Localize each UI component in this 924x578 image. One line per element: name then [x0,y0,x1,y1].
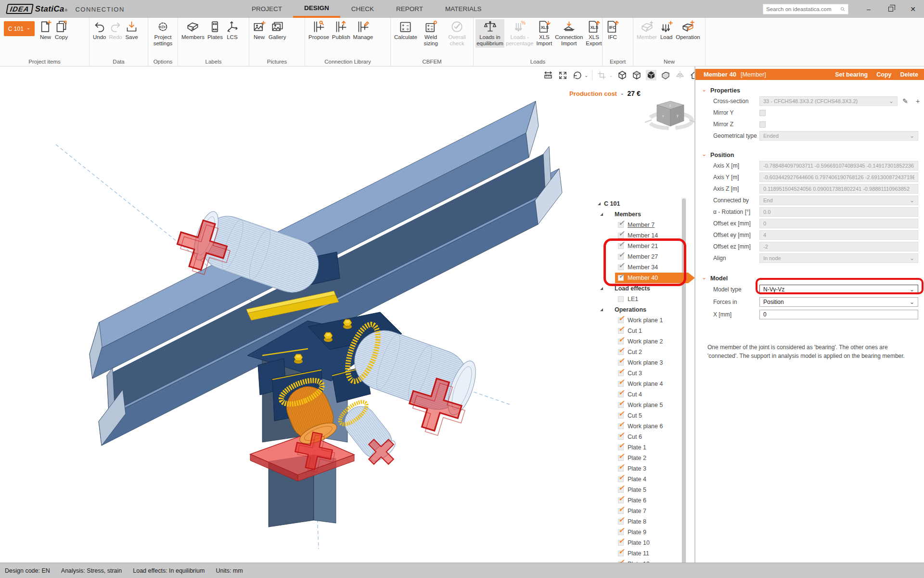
tree-item-label[interactable]: Plate 4 [628,476,646,483]
tree-row[interactable]: Plate 8 [597,516,695,527]
tree-row[interactable]: Plate 9 [597,527,695,538]
panel-action-button[interactable]: Delete [900,71,918,78]
add-cross-section-button[interactable]: + [913,96,923,106]
tree-checkbox[interactable] [618,455,624,461]
tree-row[interactable]: Member 7 [597,220,695,230]
weld-sizing-button[interactable]: +−×÷ Weld sizing [419,19,443,48]
xls-export-button[interactable]: XLS XLS Export [584,19,603,48]
tree-row[interactable]: Plate 11 [597,548,695,559]
tree-row[interactable]: LE1 [597,294,695,304]
tree-item-label[interactable]: Member 21 [628,243,658,250]
tree-item-label[interactable]: Members [615,211,641,218]
tree-item-label[interactable]: Cut 5 [628,412,642,419]
manage-button[interactable]: Manage [352,19,375,41]
tree-item-label[interactable]: Plate 10 [628,539,650,546]
xls-import-button[interactable]: XLS XLS Import [535,19,554,48]
tree-checkbox[interactable] [618,370,624,376]
tree-item-label[interactable]: Cut 3 [628,370,642,377]
tree-checkbox[interactable] [618,222,624,228]
minimize-button[interactable]: – [858,0,880,18]
tree-checkbox[interactable] [618,402,624,408]
tree-item-label[interactable]: Member 27 [628,253,658,260]
tree-checkbox[interactable] [618,392,624,397]
save-button[interactable]: Save [124,19,140,41]
tree-item-label[interactable]: Plate 2 [628,455,646,461]
tree-item-label[interactable]: Work plane 3 [628,359,663,366]
tree-row[interactable]: Work plane 4 [597,379,695,389]
tree-row[interactable]: Plate 4 [597,474,695,485]
home-view-button[interactable] [689,70,695,80]
copy-project-item-button[interactable]: Copy [53,19,69,41]
new-operation-button[interactable]: Operation [674,19,702,41]
section-model[interactable]: ⌄Model [695,274,924,283]
tree-item-label[interactable]: Load effects [615,285,650,292]
tree-row[interactable]: Cut 6 [597,432,695,442]
section-properties[interactable]: ⌄Properties [695,86,924,95]
tree-checkbox[interactable] [618,349,624,355]
tree-checkbox[interactable] [618,243,624,249]
tree-item-label[interactable]: Cut 6 [628,434,642,440]
connection-import-button[interactable]: Connection Import [553,19,584,48]
tree-row[interactable]: Member 21 [597,241,695,251]
tree-item-label[interactable]: Plate 1 [628,444,646,451]
calculate-button[interactable]: +−×÷ Calculate [393,19,419,41]
measure-button[interactable] [543,70,553,80]
tree-row[interactable]: Work plane 3 [597,357,695,368]
tree-checkbox[interactable] [618,529,624,535]
scrollbar-thumb[interactable] [682,198,686,563]
tree-checkbox[interactable] [618,423,624,429]
tree-item-label[interactable]: Work plane 2 [628,338,663,345]
tree-checkbox[interactable] [618,445,624,450]
members-labels-button[interactable]: Members [180,19,206,41]
tree-row[interactable]: Plate 2 [597,453,695,463]
tree-checkbox[interactable] [618,434,624,440]
tree-checkbox[interactable] [618,254,624,260]
expander-triangle-icon[interactable] [600,308,603,311]
tree-checkbox[interactable] [618,476,624,482]
close-button[interactable]: ✕ [902,0,924,18]
tree-row[interactable]: Plate 3 [597,463,695,474]
tree-item-label[interactable]: Member 7 [628,222,654,228]
new-picture-button[interactable]: New [251,19,267,41]
tree-item-label[interactable]: Plate 12 [628,561,650,563]
forces-in-dropdown[interactable]: Position [759,297,918,307]
tree-checkbox[interactable] [618,487,624,493]
new-load-button[interactable]: Load [658,19,674,41]
expander-triangle-icon[interactable] [598,202,601,205]
tree-row[interactable]: Members [597,209,695,220]
tree-row[interactable]: Cut 1 [597,326,695,336]
restore-button[interactable] [880,0,902,18]
tree-item-label[interactable]: Work plane 4 [628,381,663,387]
model-type-dropdown[interactable]: N-Vy-Vz [759,285,918,294]
loads-in-equilibrium-button[interactable]: Loads in equilibrium [475,19,504,48]
tree-item-label[interactable]: Cut 4 [628,391,642,398]
main-tab[interactable]: REPORT [385,0,434,18]
wireframe-view-button[interactable] [617,70,628,80]
3d-viewport[interactable]: ⌄ ⌄ Production cost - 27 € x y z [0,66,695,563]
tree-item-label[interactable]: Work plane 5 [628,402,663,408]
tree-item-label[interactable]: Member 34 [628,264,658,271]
tree-checkbox[interactable] [618,233,624,238]
tree-checkbox[interactable] [618,551,624,556]
tree-checkbox[interactable] [618,519,624,525]
chevron-down-icon[interactable]: ⌄ [584,73,588,78]
navigation-cube[interactable]: x y z [644,95,695,136]
project-item-dropdown[interactable]: C 101⌄ [4,21,35,36]
tree-row[interactable]: Work plane 5 [597,400,695,410]
tree-item-label[interactable]: Work plane 1 [628,317,663,324]
rotate-view-button[interactable] [572,70,582,80]
tree-item-label[interactable]: Plate 6 [628,497,646,504]
new-project-item-button[interactable]: New [38,19,53,41]
tree-row[interactable]: Work plane 2 [597,336,695,347]
search-box[interactable] [763,4,848,14]
ifc-export-button[interactable]: IFC IFC [604,19,620,41]
publish-button[interactable]: Publish [331,19,352,41]
x-position-field[interactable]: 0 [759,310,918,319]
tree-item-label[interactable]: Plate 7 [628,508,646,514]
tree-checkbox[interactable] [618,508,624,514]
tree-checkbox[interactable] [618,328,624,334]
tree-item-label[interactable]: Member 14 [628,232,658,239]
tree-item-label[interactable]: Plate 5 [628,486,646,493]
plates-labels-button[interactable]: Plates [206,19,224,41]
tree-row[interactable]: Cut 5 [597,410,695,421]
